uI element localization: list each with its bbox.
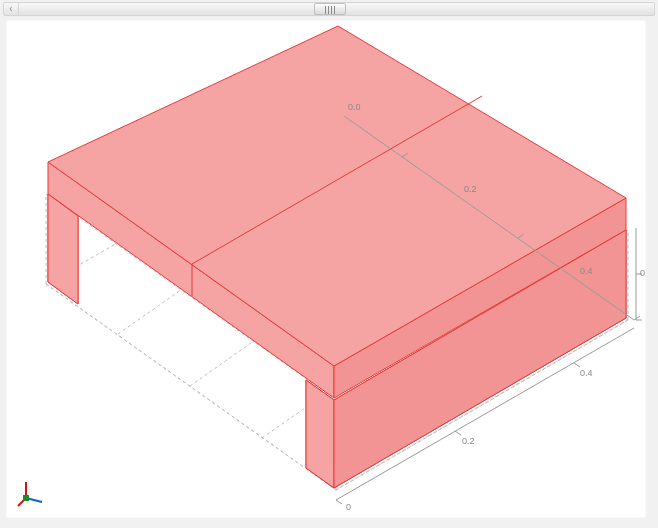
scroll-left-glyph: ‹	[9, 3, 12, 14]
app-window: ‹	[0, 0, 658, 528]
z-tick-1: 0.2	[640, 268, 646, 278]
svg-line-13	[455, 431, 461, 435]
svg-line-12	[336, 500, 342, 504]
scene-svg: 0 0.2 0.4 0.0 0.0 0.2 0.4 0 0.2	[6, 20, 646, 518]
y-tick-0b: 0.0	[348, 102, 361, 112]
x-tick-2: 0.4	[580, 368, 593, 378]
thumb-grip-icon	[325, 6, 337, 14]
x-tick-0: 0	[346, 502, 351, 512]
x-tick-1: 0.2	[462, 436, 475, 446]
y-tick-2: 0.4	[580, 266, 593, 276]
y-tick-1: 0.2	[464, 184, 477, 194]
svg-line-16	[634, 316, 640, 320]
scroll-left-button[interactable]: ‹	[4, 3, 19, 15]
svg-rect-25	[23, 495, 29, 501]
scroll-thumb[interactable]	[314, 3, 346, 15]
3d-viewport[interactable]: 0 0.2 0.4 0.0 0.0 0.2 0.4 0 0.2	[6, 20, 646, 518]
horizontal-scrollbar[interactable]: ‹	[3, 2, 655, 16]
svg-line-14	[574, 363, 580, 367]
orientation-axes-icon	[16, 478, 46, 508]
